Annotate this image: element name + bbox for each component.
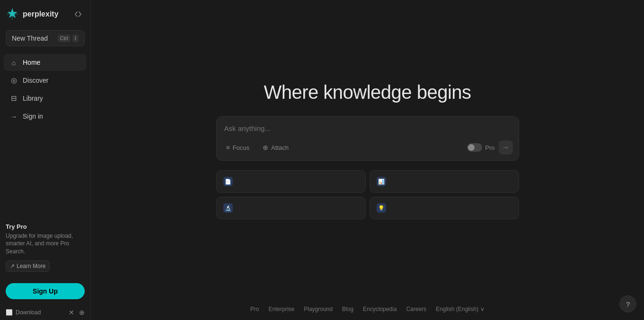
pro-toggle[interactable]: Pro xyxy=(467,143,494,152)
sign-up-button[interactable]: Sign Up xyxy=(6,283,85,299)
suggestion-card-2[interactable]: 📊 xyxy=(370,170,519,193)
learn-more-button[interactable]: ↗ Learn More xyxy=(6,260,50,272)
suggestions-grid: 📄 📊 🔬 💡 xyxy=(216,170,519,219)
sidebar-item-sign-in-label: Sign in xyxy=(23,112,43,120)
sidebar-item-discover[interactable]: ◎ Discover xyxy=(4,72,87,89)
search-tools-left: ≡ Focus ⊕ Attach xyxy=(222,142,292,153)
social-icons: ✕ ⊕ xyxy=(69,309,85,316)
globe-icon: ◎ xyxy=(9,76,18,85)
home-icon: ⌂ xyxy=(9,58,18,67)
main-content: Where knowledge begins ≡ Focus ⊕ Attach xyxy=(91,82,644,219)
attach-icon: ⊕ xyxy=(263,144,268,151)
sidebar-item-sign-in[interactable]: → Sign in xyxy=(4,108,87,125)
footer-link-playground[interactable]: Playground xyxy=(304,306,333,312)
focus-icon: ≡ xyxy=(226,144,230,151)
shortcut-i: I xyxy=(72,35,79,42)
download-link[interactable]: ⬜ Download xyxy=(6,309,41,316)
sidebar-footer: ⬜ Download ✕ ⊕ xyxy=(0,305,90,320)
submit-button[interactable]: → xyxy=(499,140,513,155)
search-box: ≡ Focus ⊕ Attach Pro xyxy=(216,116,519,161)
toggle-knob xyxy=(468,144,475,151)
perplexity-logo-icon xyxy=(6,8,19,21)
language-chevron-icon: ∨ xyxy=(480,306,485,312)
discord-icon[interactable]: ⊕ xyxy=(79,309,85,316)
sign-in-icon: → xyxy=(9,112,18,121)
sidebar-item-home[interactable]: ⌂ Home xyxy=(4,54,87,71)
sidebar-item-discover-label: Discover xyxy=(23,77,48,84)
sidebar-item-library-label: Library xyxy=(23,95,43,102)
card-4-icon: 💡 xyxy=(377,203,386,213)
focus-button[interactable]: ≡ Focus xyxy=(222,142,254,153)
learn-more-label: Learn More xyxy=(17,263,45,269)
search-tools-right: Pro → xyxy=(467,140,512,155)
search-input-area xyxy=(217,117,519,137)
card-3-icon: 🔬 xyxy=(223,203,233,213)
try-pro-section: Try Pro Upgrade for image upload, smarte… xyxy=(0,217,90,277)
submit-icon: → xyxy=(502,143,510,152)
library-icon: ⊟ xyxy=(9,94,18,103)
pro-label: Pro xyxy=(485,144,494,151)
language-label: English (English) xyxy=(436,306,478,312)
learn-more-arrow-icon: ↗ xyxy=(10,263,15,269)
try-pro-description: Upgrade for image upload, smarter AI, an… xyxy=(6,232,85,256)
language-selector[interactable]: English (English) ∨ xyxy=(436,306,485,312)
sidebar-item-library[interactable]: ⊟ Library xyxy=(4,90,87,107)
headline: Where knowledge begins xyxy=(264,82,471,103)
sidebar: perplexity New Thread Ctrl I ⌂ Home ◎ Di… xyxy=(0,0,91,320)
new-thread-button[interactable]: New Thread Ctrl I xyxy=(6,30,85,46)
help-icon: ? xyxy=(626,300,630,308)
shortcut-badge: Ctrl I xyxy=(58,35,79,42)
logo-text: perplexity xyxy=(23,10,59,18)
attach-label: Attach xyxy=(271,144,289,151)
new-thread-label: New Thread xyxy=(12,35,48,42)
main-footer: Pro Enterprise Playground Blog Encyclope… xyxy=(250,306,485,312)
suggestion-card-4[interactable]: 💡 xyxy=(370,197,519,219)
main-content-area: Where knowledge begins ≡ Focus ⊕ Attach xyxy=(91,0,644,320)
attach-button[interactable]: ⊕ Attach xyxy=(259,142,292,153)
search-input[interactable] xyxy=(224,124,511,132)
sidebar-item-home-label: Home xyxy=(23,59,40,66)
nav-section: ⌂ Home ◎ Discover ⊟ Library → Sign in xyxy=(0,50,90,217)
footer-link-encyclopedia[interactable]: Encyclopedia xyxy=(363,306,397,312)
download-icon: ⬜ xyxy=(6,309,13,316)
search-toolbar: ≡ Focus ⊕ Attach Pro xyxy=(217,137,519,160)
toggle-switch[interactable] xyxy=(467,143,482,152)
focus-label: Focus xyxy=(233,144,249,151)
help-button[interactable]: ? xyxy=(619,295,636,312)
shortcut-ctrl: Ctrl xyxy=(58,35,71,42)
footer-link-careers[interactable]: Careers xyxy=(406,306,426,312)
twitter-icon[interactable]: ✕ xyxy=(69,309,74,316)
footer-link-blog[interactable]: Blog xyxy=(342,306,353,312)
card-2-icon: 📊 xyxy=(377,177,386,186)
download-label: Download xyxy=(16,309,41,316)
logo[interactable]: perplexity xyxy=(6,8,59,21)
card-1-icon: 📄 xyxy=(223,177,233,186)
collapse-sidebar-button[interactable] xyxy=(71,8,85,21)
sidebar-header: perplexity xyxy=(0,0,90,26)
suggestion-card-1[interactable]: 📄 xyxy=(216,170,366,193)
footer-link-pro[interactable]: Pro xyxy=(250,306,259,312)
suggestion-card-3[interactable]: 🔬 xyxy=(216,197,366,219)
try-pro-title: Try Pro xyxy=(6,223,85,230)
footer-link-enterprise[interactable]: Enterprise xyxy=(269,306,295,312)
